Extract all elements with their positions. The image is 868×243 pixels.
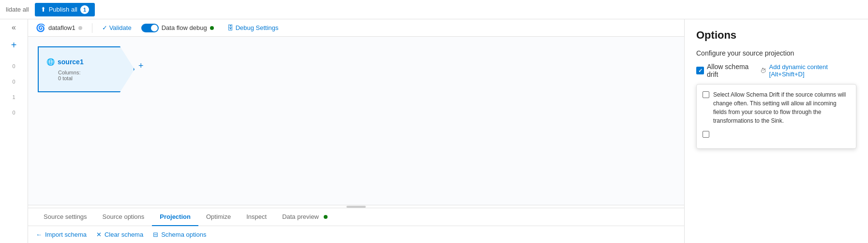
source-node-name: source1 (58, 58, 84, 66)
add-button[interactable]: + (11, 40, 17, 51)
allow-schema-drift-label: Allow schema drift (707, 63, 757, 78)
import-icon: ← (36, 231, 42, 238)
debug-settings-label: Debug Settings (236, 24, 279, 31)
projection-label: Projection (160, 213, 191, 220)
collapse-arrow[interactable]: « (12, 23, 16, 32)
validate-button[interactable]: ✓ Validate (102, 24, 132, 31)
inspect-label: Inspect (246, 213, 267, 220)
columns-value: 0 total (58, 75, 73, 81)
popup-row-2 (703, 130, 850, 138)
dataflow-name: 🌀 dataflow1 (36, 23, 82, 32)
validate-all-text: lidate all (6, 6, 29, 13)
optimize-label: Optimize (206, 213, 231, 220)
tab-projection[interactable]: Projection (152, 208, 198, 226)
schema-options-button[interactable]: ⊟ Schema options (153, 231, 206, 238)
source-node-container: 🌐 source1 Columns: 0 total + (38, 46, 144, 195)
source-options-label: Source options (103, 213, 145, 220)
database-icon: 🗄 (227, 24, 234, 31)
debug-label: Data flow debug (162, 24, 207, 31)
source-node[interactable]: 🌐 source1 Columns: 0 total (38, 46, 135, 92)
tab-source-options[interactable]: Source options (95, 208, 152, 226)
debug-settings-button[interactable]: 🗄 Debug Settings (227, 24, 279, 31)
bottom-panel: Source settings Source options Projectio… (28, 208, 684, 243)
left-sidebar: « + 0 0 1 0 (0, 19, 28, 243)
checkmark-icon: ✓ (102, 24, 107, 31)
canvas-panel: 🌀 dataflow1 ✓ Validate Data flow debug 🗄… (28, 19, 684, 243)
dataflow-unsaved-dot (78, 26, 82, 30)
options-title: Options (696, 29, 856, 42)
clear-icon: ✕ (96, 231, 102, 238)
debug-status-dot (210, 26, 214, 30)
popup-checkbox-2[interactable] (703, 131, 709, 138)
popup-text-1: Select Allow Schema Drift if the source … (713, 90, 850, 125)
options-panel: Options Configure your source projection… (684, 19, 868, 243)
tabs-row: Source settings Source options Projectio… (28, 208, 684, 226)
dynamic-content-link[interactable]: Add dynamic content [Alt+Shift+D] (769, 63, 856, 78)
validate-label: Validate (109, 24, 132, 31)
resize-handle[interactable] (346, 206, 366, 208)
popup-checkbox-1[interactable] (703, 91, 709, 98)
dataflow-name-label: dataflow1 (48, 24, 75, 31)
main-area: « + 0 0 1 0 🌀 dataflow1 ✓ Validate (0, 19, 868, 243)
toggle-knob (151, 25, 158, 31)
clock-icon[interactable]: ⏱ (760, 67, 766, 74)
debug-toggle-area: Data flow debug (141, 24, 214, 32)
tab-data-preview[interactable]: Data preview (274, 208, 335, 226)
allow-schema-row: ✓ Allow schema drift ⏱ Add dynamic conte… (696, 63, 856, 78)
canvas-content: 🌐 source1 Columns: 0 total + (28, 37, 684, 205)
import-schema-button[interactable]: ← Import schema (36, 231, 87, 238)
debug-toggle[interactable] (141, 24, 159, 32)
import-schema-label: Import schema (45, 231, 87, 238)
tab-inspect[interactable]: Inspect (239, 208, 274, 226)
data-preview-dot (324, 215, 328, 219)
popup-row-1: Select Allow Schema Drift if the source … (703, 90, 850, 125)
schema-options-label: Schema options (161, 231, 206, 238)
left-numbers: 0 0 1 0 (12, 58, 15, 120)
allow-schema-drift-checkbox[interactable]: ✓ (696, 67, 704, 74)
publish-label: Publish all (49, 6, 77, 13)
schema-options-icon: ⊟ (153, 231, 158, 238)
source-node-icon: 🌐 (46, 58, 55, 66)
divider (92, 23, 92, 33)
top-toolbar: lidate all ⬆ Publish all 1 (0, 0, 868, 19)
clear-schema-button[interactable]: ✕ Clear schema (96, 231, 143, 238)
columns-label: Columns: (58, 70, 80, 75)
options-subtitle: Configure your source projection (696, 49, 856, 57)
schema-drift-popup: Select Allow Schema Drift if the source … (696, 84, 856, 149)
source-node-label: 🌐 source1 (46, 58, 126, 66)
clear-schema-label: Clear schema (105, 231, 143, 238)
publish-badge: 1 (80, 5, 89, 14)
actions-row: ← Import schema ✕ Clear schema ⊟ Schema … (28, 226, 684, 243)
tab-source-settings[interactable]: Source settings (36, 208, 95, 226)
subheader: 🌀 dataflow1 ✓ Validate Data flow debug 🗄… (28, 19, 684, 37)
publish-all-button[interactable]: ⬆ Publish all 1 (35, 3, 95, 16)
checkmark: ✓ (698, 68, 703, 74)
publish-icon: ⬆ (41, 6, 46, 13)
tab-optimize[interactable]: Optimize (198, 208, 239, 226)
source-settings-label: Source settings (44, 213, 87, 220)
source-add-button[interactable]: + (138, 61, 144, 71)
dataflow-icon: 🌀 (36, 23, 45, 32)
data-preview-label: Data preview (282, 213, 319, 220)
source-columns: Columns: 0 total (46, 70, 126, 81)
